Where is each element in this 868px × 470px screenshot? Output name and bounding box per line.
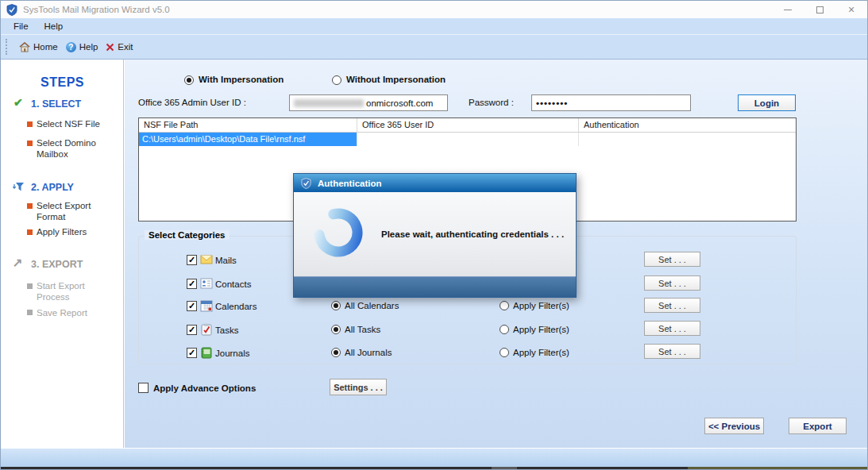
calendars-checkbox[interactable]: ✓ bbox=[187, 301, 197, 311]
window-title: SysTools Mail Migration Wizard v5.0 bbox=[23, 5, 170, 14]
set-journals-button[interactable]: Set . . . bbox=[644, 344, 700, 359]
help-label: Help bbox=[79, 42, 98, 52]
select-categories-label: Select Categories bbox=[145, 230, 230, 240]
bottom-edge bbox=[1, 467, 867, 470]
help-button[interactable]: ? Help bbox=[62, 40, 102, 55]
maximize-button[interactable] bbox=[804, 1, 835, 18]
tasks-apply-filters-radio[interactable] bbox=[500, 325, 509, 334]
calendars-apply-filters-label: Apply Filter(s) bbox=[513, 301, 569, 310]
sidebar-item-select-domino-mailbox: Select Domino Mailbox bbox=[37, 137, 111, 160]
mail-icon bbox=[200, 253, 213, 266]
help-icon: ? bbox=[66, 42, 76, 52]
journals-icon bbox=[200, 346, 213, 359]
with-impersonation-radio[interactable] bbox=[184, 75, 194, 85]
contacts-checkbox[interactable]: ✓ bbox=[187, 279, 197, 289]
all-calendars-radio[interactable] bbox=[331, 301, 341, 310]
sidebar-item-select-export-format: Select Export Format bbox=[37, 200, 111, 222]
mails-checkbox[interactable]: ✓ bbox=[187, 255, 197, 265]
tasks-icon bbox=[200, 323, 213, 336]
authentication-dialog: Authentication Please wait, authenticati… bbox=[293, 173, 577, 298]
set-mails-button[interactable]: Set . . . bbox=[644, 252, 700, 267]
password-label: Password : bbox=[469, 98, 514, 107]
app-window: SysTools Mail Migration Wizard v5.0 × Fi… bbox=[0, 0, 868, 470]
settings-button[interactable]: Settings . . . bbox=[330, 379, 387, 395]
all-tasks-radio[interactable] bbox=[331, 325, 341, 334]
apply-advance-options-checkbox[interactable] bbox=[138, 383, 149, 393]
step-2-apply: 2. APPLY bbox=[31, 182, 74, 193]
status-bar bbox=[1, 448, 867, 467]
close-button[interactable]: × bbox=[835, 1, 867, 18]
column-header-authentication[interactable]: Authentication bbox=[579, 118, 796, 132]
export-button[interactable]: Export bbox=[789, 418, 847, 434]
contacts-icon bbox=[200, 277, 213, 290]
loading-spinner-icon bbox=[313, 206, 364, 260]
export-arrow-icon: ↗ bbox=[13, 256, 23, 270]
check-icon: ✔ bbox=[14, 96, 23, 109]
exit-button[interactable]: Exit bbox=[102, 40, 137, 54]
all-tasks-label: All Tasks bbox=[345, 325, 380, 334]
column-header-office365-user-id[interactable]: Office 365 User ID bbox=[357, 118, 579, 132]
cell-nsf-file-path[interactable]: C:\Users\admin\Desktop\Data File\rnsf.ns… bbox=[139, 133, 357, 146]
table-row[interactable]: C:\Users\admin\Desktop\Data File\rnsf.ns… bbox=[139, 133, 796, 146]
calendars-apply-filters-radio[interactable] bbox=[500, 301, 509, 310]
table-header-row: NSF File Path Office 365 User ID Authent… bbox=[139, 118, 796, 133]
home-icon bbox=[19, 42, 30, 52]
dialog-message: Please wait, authenticating credentials … bbox=[381, 229, 568, 239]
sidebar-item-select-nsf-file: Select NSF File bbox=[37, 118, 111, 129]
menu-bar: File Help bbox=[1, 18, 867, 34]
mails-label: Mails bbox=[215, 256, 237, 265]
dialog-title: Authentication bbox=[318, 179, 382, 188]
all-journals-label: All Journals bbox=[345, 348, 392, 357]
menu-file[interactable]: File bbox=[14, 21, 29, 31]
journals-checkbox[interactable]: ✓ bbox=[187, 348, 197, 358]
toolbar: Home ? Help Exit bbox=[1, 34, 867, 60]
set-tasks-button[interactable]: Set . . . bbox=[644, 321, 700, 336]
admin-user-id-label: Office 365 Admin User ID : bbox=[138, 98, 246, 107]
tasks-apply-filters-label: Apply Filter(s) bbox=[513, 325, 569, 334]
home-button[interactable]: Home bbox=[15, 40, 62, 55]
set-contacts-button[interactable]: Set . . . bbox=[644, 275, 700, 291]
menu-help[interactable]: Help bbox=[44, 21, 64, 31]
apply-advance-options-label: Apply Advance Options bbox=[153, 383, 256, 393]
toolbar-grip bbox=[6, 39, 9, 55]
sidebar-item-start-export-process: Start Export Process bbox=[37, 280, 111, 302]
bullet-icon bbox=[27, 283, 33, 289]
calendar-icon bbox=[200, 299, 213, 312]
journals-apply-filters-label: Apply Filter(s) bbox=[513, 348, 569, 357]
step-1-select: 1. SELECT bbox=[31, 98, 81, 110]
tasks-checkbox[interactable]: ✓ bbox=[187, 325, 197, 335]
filter-icon bbox=[13, 182, 25, 192]
without-impersonation-label: Without Impersonation bbox=[346, 75, 446, 84]
all-journals-radio[interactable] bbox=[331, 348, 341, 357]
password-input[interactable]: •••••••• bbox=[531, 94, 691, 111]
password-mask: •••••••• bbox=[536, 98, 568, 108]
admin-user-id-input[interactable]: onmicrosoft.com bbox=[289, 94, 448, 111]
minimize-button[interactable] bbox=[772, 1, 804, 18]
bullet-icon bbox=[27, 203, 33, 209]
title-bar: SysTools Mail Migration Wizard v5.0 × bbox=[1, 1, 867, 18]
calendars-label: Calendars bbox=[215, 302, 257, 311]
cell-office365-user-id[interactable] bbox=[357, 133, 579, 146]
app-logo-icon bbox=[6, 4, 17, 16]
exit-icon bbox=[106, 43, 114, 52]
cell-authentication[interactable] bbox=[579, 133, 796, 146]
without-impersonation-radio[interactable] bbox=[332, 75, 341, 85]
bullet-icon bbox=[27, 229, 33, 235]
home-label: Home bbox=[33, 42, 58, 52]
sidebar-item-apply-filters: Apply Filters bbox=[37, 226, 111, 237]
bottom-edge-segment bbox=[492, 467, 517, 470]
bullet-icon bbox=[27, 141, 33, 146]
dialog-logo-icon bbox=[301, 178, 311, 189]
dialog-title-bar: Authentication bbox=[294, 174, 576, 192]
all-calendars-label: All Calendars bbox=[345, 301, 399, 310]
tasks-label: Tasks bbox=[215, 326, 238, 335]
set-calendars-button[interactable]: Set . . . bbox=[644, 298, 700, 313]
journals-apply-filters-radio[interactable] bbox=[500, 348, 509, 357]
admin-user-id-value: onmicrosoft.com bbox=[366, 98, 433, 108]
previous-button[interactable]: << Previous bbox=[704, 418, 764, 434]
bottom-edge-segment bbox=[688, 467, 868, 470]
login-button[interactable]: Login bbox=[738, 94, 796, 111]
column-header-nsf-file-path[interactable]: NSF File Path bbox=[139, 118, 357, 132]
dialog-footer-bar bbox=[294, 276, 576, 297]
contacts-label: Contacts bbox=[215, 279, 251, 289]
